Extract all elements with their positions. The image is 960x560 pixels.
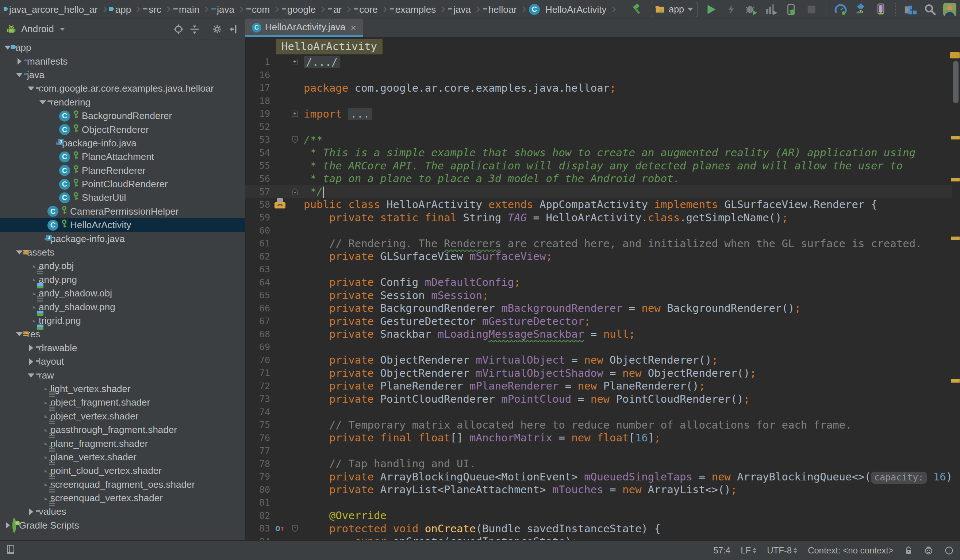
code-line-77[interactable]: 77 — [245, 444, 952, 458]
code-line-81[interactable]: 81 — [245, 496, 952, 509]
code-line-82[interactable]: 82 @Override — [245, 509, 952, 522]
build-hammer-icon[interactable] — [631, 3, 645, 16]
warning-stripe-mark[interactable] — [951, 379, 960, 382]
profile-icon[interactable] — [764, 3, 778, 16]
code-line-76[interactable]: 76 private final float[] mAnchorMatrix =… — [245, 432, 952, 445]
tree-item-java[interactable]: java — [0, 68, 245, 82]
tree-item-pointcloudrenderer[interactable]: CPointCloudRenderer — [0, 178, 245, 191]
tree-item-app[interactable]: app — [0, 41, 245, 54]
code-line-52[interactable]: 52 — [245, 120, 952, 134]
tree-item-object-vertex-shader[interactable]: object_vertex.shader — [0, 410, 245, 423]
code-line-68[interactable]: 68 private Snackbar mLoadingMessageSnack… — [245, 328, 952, 341]
search-everywhere-icon[interactable] — [923, 3, 937, 16]
line-separator-select[interactable]: LF — [741, 546, 757, 556]
code-line-69[interactable]: 69 — [245, 341, 952, 354]
locate-file-icon[interactable] — [172, 23, 185, 35]
fold-marker-icon[interactable]: + — [290, 107, 300, 120]
code-line-74[interactable]: 74 — [245, 406, 952, 419]
run-configuration-select[interactable]: app — [651, 2, 698, 17]
overriding-method-icon[interactable]: o↑ — [275, 523, 285, 533]
collapse-arrow-icon[interactable] — [26, 345, 36, 351]
breadcrumb-item-helloar[interactable]: helloar — [483, 4, 517, 15]
breadcrumb-item-helloaractivity[interactable]: CHelloArActivity — [529, 4, 606, 15]
code-line-64[interactable]: 64 private Config mDefaultConfig; — [245, 276, 952, 289]
tree-item-objectrenderer[interactable]: CObjectRenderer — [0, 123, 245, 136]
code-line-80[interactable]: 80 private ArrayList<PlaneAttachment> mT… — [245, 483, 952, 496]
expand-arrow-icon[interactable] — [14, 250, 24, 254]
tree-item-screenquad-fragment-oes-shader[interactable]: screenquad_fragment_oes.shader — [0, 478, 245, 491]
project-structure-icon[interactable] — [903, 3, 917, 16]
breadcrumb-item-java[interactable]: java — [211, 4, 234, 15]
code-line-75[interactable]: 75 // Temporary matrix allocated here to… — [245, 418, 952, 432]
chevron-down-icon[interactable] — [60, 28, 65, 30]
tree-item-backgroundrenderer[interactable]: CBackgroundRenderer — [0, 109, 245, 123]
code-line-61[interactable]: 61 // Rendering. The Renderers are creat… — [245, 237, 952, 250]
tree-item-helloaractivity[interactable]: CHelloArActivity — [0, 218, 245, 232]
code-line-55[interactable]: 55 * the ARCore API. The application wil… — [245, 159, 952, 172]
go-to-related-xml-icon[interactable]: <> — [275, 198, 285, 208]
device-manager-icon[interactable] — [874, 3, 888, 16]
settings-gear-icon[interactable] — [211, 23, 224, 35]
code-editor[interactable]: HelloArActivity 1+/.../1617package com.g… — [245, 37, 960, 540]
tree-item-assets[interactable]: assets — [0, 246, 245, 259]
expand-arrow-icon[interactable] — [38, 101, 48, 104]
hide-panel-icon[interactable] — [227, 23, 240, 35]
code-line-67[interactable]: 67 private GestureDetector mGestureDetec… — [245, 315, 952, 328]
collapse-arrow-icon[interactable] — [26, 509, 36, 515]
fold-marker-icon[interactable]: + — [290, 56, 300, 69]
tree-item-passthrough-fragment-shader[interactable]: passthrough_fragment.shader — [0, 423, 245, 437]
tree-item-andy-obj[interactable]: andy.obj — [0, 259, 245, 273]
tree-item-res[interactable]: res — [0, 328, 245, 341]
code-line-83[interactable]: 83o↑ protected void onCreate(Bundle save… — [245, 522, 952, 535]
project-view-selector[interactable]: Android — [21, 23, 54, 35]
tree-item-drawable[interactable]: drawable — [0, 341, 245, 355]
breadcrumb-item-google[interactable]: google — [282, 4, 316, 15]
fold-marker-icon[interactable] — [290, 522, 300, 535]
code-line-65[interactable]: 65 private Session mSession; — [245, 289, 952, 302]
avd-manager-icon[interactable] — [834, 3, 848, 16]
toolwindow-toggle-icon[interactable] — [6, 544, 16, 557]
fold-marker-icon[interactable] — [290, 133, 300, 146]
sdk-manager-icon[interactable] — [854, 3, 868, 16]
breadcrumb-item-src[interactable]: src — [143, 4, 162, 15]
code-line-60[interactable]: 60 — [245, 224, 952, 237]
tree-item-light-vertex-shader[interactable]: light_vertex.shader — [0, 382, 245, 396]
fold-marker-icon[interactable] — [290, 185, 300, 198]
code-line-57[interactable]: 57 */ — [245, 185, 952, 198]
debug-icon[interactable] — [744, 3, 758, 16]
breadcrumb-item-core[interactable]: core — [354, 4, 378, 15]
code-line-84[interactable]: 84 super.onCreate(savedInstanceState); — [245, 535, 952, 541]
tree-item-values[interactable]: values — [0, 505, 245, 518]
code-line-79[interactable]: 79 private ArrayBlockingQueue<MotionEven… — [245, 470, 952, 483]
breadcrumb-item-examples[interactable]: examples — [390, 4, 436, 15]
highlighting-level-icon[interactable] — [923, 546, 934, 556]
readonly-lock-icon[interactable] — [904, 546, 913, 556]
tree-item-andy-shadow-obj[interactable]: andy_shadow.obj — [0, 286, 245, 300]
run-icon[interactable] — [704, 3, 718, 16]
code-line-66[interactable]: 66 private BackgroundRenderer mBackgroun… — [245, 302, 952, 315]
code-line-73[interactable]: 73 private PointCloudRenderer mPointClou… — [245, 392, 952, 406]
tree-item-andy-png[interactable]: andy.png — [0, 273, 245, 286]
tree-item-plane-fragment-shader[interactable]: plane_fragment.shader — [0, 437, 245, 450]
code-line-78[interactable]: 78 // Tap handling and UI. — [245, 458, 952, 470]
warning-stripe-mark[interactable] — [951, 237, 960, 240]
warning-stripe-mark[interactable] — [951, 136, 960, 139]
tree-item-layout[interactable]: layout — [0, 355, 245, 368]
code-line-19[interactable]: 19+import ... — [245, 107, 952, 120]
close-tab-icon[interactable]: × — [351, 22, 356, 34]
tab-helloaractivity[interactable]: C HelloArActivity.java × — [245, 19, 363, 37]
tree-item-rendering[interactable]: rendering — [0, 96, 245, 109]
warning-stripe-mark[interactable] — [951, 178, 960, 181]
tree-item-planeattachment[interactable]: CPlaneAttachment — [0, 150, 245, 163]
tree-item-com-google-ar-core-examples-java-helloar[interactable]: com.google.ar.core.examples.java.helloar — [0, 82, 245, 95]
code-line-62[interactable]: 62 private GLSurfaceView mSurfaceView; — [245, 250, 952, 263]
tree-item-point-cloud-vertex-shader[interactable]: point_cloud_vertex.shader — [0, 464, 245, 477]
code-line-63[interactable]: 63 — [245, 263, 952, 276]
tree-item-plane-vertex-shader[interactable]: plane_vertex.shader — [0, 451, 245, 464]
tree-item-trigrid-png[interactable]: trigrid.png — [0, 314, 245, 328]
expand-arrow-icon[interactable] — [14, 332, 24, 336]
tree-item-object-fragment-shader[interactable]: object_fragment.shader — [0, 396, 245, 409]
breadcrumb-item-main[interactable]: main — [173, 4, 199, 15]
tree-item-screenquad-vertex-shader[interactable]: screenquad_vertex.shader — [0, 491, 245, 505]
user-avatar[interactable] — [943, 3, 956, 16]
